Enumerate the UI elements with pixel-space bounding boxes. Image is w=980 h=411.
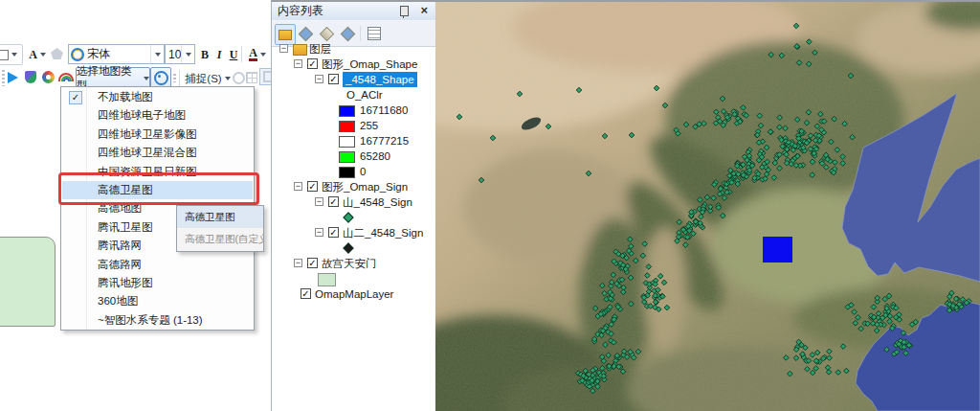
tree-row [272,271,435,286]
color-wheel-icon[interactable] [42,71,55,83]
menu-item[interactable]: 中国资源卫星日新图 [62,163,253,181]
dropdown-caret-icon [11,53,17,57]
dropdown-caret-icon [225,77,231,80]
tree-row: −✓图形_Omap_Shape [272,57,435,72]
legend-swatch[interactable] [339,167,355,178]
font-size-select[interactable]: 10 [165,44,195,64]
close-icon[interactable]: × [420,3,428,17]
layer-label[interactable]: 图形_Omap_Sign [322,179,408,194]
layer-label[interactable]: 0 [360,164,366,179]
legend-swatch[interactable] [339,151,355,163]
menu-item[interactable]: 四维地球卫星混合图 [62,144,253,162]
menu-item[interactable]: 腾讯地形图 [62,274,253,292]
layer-label[interactable]: 65280 [360,148,390,164]
expander-icon[interactable]: − [279,44,288,53]
snap-end-icon[interactable] [246,72,257,83]
dropdown-caret-icon [40,53,46,57]
legend-swatch[interactable] [339,121,355,132]
tree-row: −✓山二_4548_Sign [272,225,435,240]
layer-checkbox[interactable]: ✓ [328,227,339,238]
italic-button[interactable]: I [212,44,226,65]
layer-label[interactable]: 图层 [309,41,331,57]
layer-label[interactable]: 山_4548_Sign [343,194,412,210]
submenu-item[interactable]: 高德卫星图(自定义) [177,228,263,249]
application-window: A 宋体 10 B I U A [0,0,980,411]
layer-label[interactable]: 故宫天安门 [322,256,377,271]
legend-diamond-symbol[interactable] [343,212,353,222]
list-by-selection-button[interactable] [338,24,357,43]
expander-icon[interactable]: − [294,259,302,267]
font-color-button[interactable]: A [244,44,271,65]
text-color-button[interactable]: A [24,44,51,65]
layer-checkbox[interactable]: ✓ [307,181,318,192]
contents-panel-title: 内容列表 [272,2,435,20]
font-size-value: 10 [166,48,181,61]
layer-label[interactable]: 图形_Omap_Shape [322,57,417,72]
menu-item[interactable]: 高德卫星图 [62,181,253,199]
layer-tree: −图层−✓图形_Omap_Shape−✓_4548_ShapeO_AClr167… [272,46,435,411]
expander-icon[interactable]: − [315,228,323,237]
legend-polygon-swatch[interactable] [318,273,336,286]
layer-checkbox[interactable]: ✓ [328,196,339,207]
menu-item[interactable]: 四维地球电子地图 [62,106,253,125]
expander-icon[interactable]: − [294,182,302,191]
legend-swatch[interactable] [339,136,355,148]
letter-a-icon: A [29,48,37,62]
layer-label[interactable]: 16711680 [360,103,408,118]
bold-button[interactable]: B [197,44,212,65]
font-brand-icon [71,48,84,61]
list-by-source-button[interactable] [296,24,315,43]
pin-icon[interactable] [400,6,409,16]
visibility-layers-icon [319,26,334,41]
menu-item[interactable]: 360地图 [62,292,253,310]
satellite-map[interactable] [435,2,980,411]
tree-row: 16711680 [272,103,435,118]
check-icon: ✓ [69,91,82,104]
menu-item[interactable]: 四维地球卫星影像图 [62,126,253,144]
font-family-select[interactable]: 宋体 [68,44,165,64]
layers-icon [278,30,292,40]
options-button[interactable] [365,24,384,43]
tree-row: −✓故宫天安门 [272,256,435,271]
snap-vertex-icon[interactable] [259,68,271,85]
list-by-visibility-button[interactable] [317,24,336,43]
dropdown-caret-icon [260,53,266,57]
expander-icon[interactable]: − [315,197,323,206]
renderer-field-label[interactable]: O_AClr [346,87,383,103]
format-toolbar: A 宋体 10 B I U A [0,42,271,66]
tree-row: −✓山_4548_Sign [272,194,435,210]
submenu-item[interactable]: 高德卫星图 [177,206,263,228]
sketch-tool-icon[interactable] [51,48,63,59]
layer-label[interactable]: 山二_4548_Sign [343,225,423,240]
layers-icon [293,44,307,56]
legend-diamond-symbol[interactable] [343,242,353,253]
snap-point-icon[interactable] [233,72,245,84]
map-view[interactable] [435,0,980,411]
toolbar-grip[interactable] [2,70,5,86]
tree-row [272,240,435,256]
run-icon[interactable] [8,72,18,83]
layer-label[interactable]: _4548_Shape [343,72,417,87]
layer-label[interactable]: 255 [360,118,378,133]
rainbow-icon[interactable] [58,73,74,81]
menu-item[interactable]: 高德路网 [62,256,253,274]
toolbar-grip[interactable] [173,74,176,82]
fill-style-button[interactable] [0,44,23,65]
contents-panel: 内容列表 × −图层−✓图形_Omap_Shape−✓_4548_ShapeO_… [271,0,435,411]
editor-pane: A 宋体 10 B I U A [0,0,271,411]
layer-checkbox[interactable]: ✓ [307,58,318,69]
layer-checkbox[interactable]: ✓ [301,288,311,299]
expander-icon[interactable]: − [315,75,323,83]
menu-item[interactable]: ~智图水系专题 (1-13) [62,311,253,330]
selection-layers-icon [340,26,355,41]
shield-icon[interactable] [25,71,36,83]
layer-label[interactable]: 16777215 [360,133,409,148]
layer-checkbox[interactable]: ✓ [307,258,318,268]
expander-icon[interactable]: − [294,59,302,68]
legend-swatch[interactable] [339,105,355,117]
layer-label[interactable]: OmapMapLayer [315,286,393,302]
underline-button[interactable]: U [226,44,241,65]
tree-row: −✓图形_Omap_Sign [272,179,435,194]
menu-item[interactable]: 不加载地图✓ [62,88,253,106]
layer-checkbox[interactable]: ✓ [328,74,339,84]
